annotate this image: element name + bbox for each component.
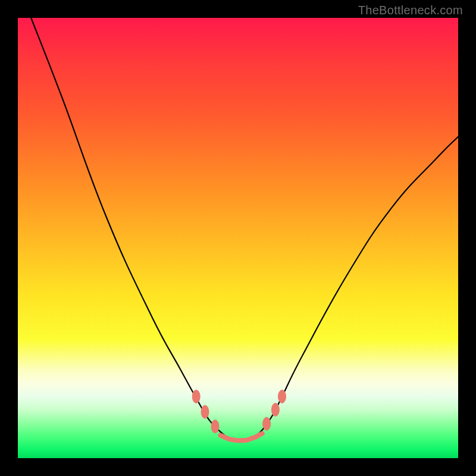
valley-marker-track bbox=[220, 434, 262, 441]
bottleneck-chart bbox=[18, 18, 458, 458]
plot-area bbox=[18, 18, 458, 458]
watermark-text: TheBottleneck.com bbox=[358, 4, 463, 17]
valley-marker bbox=[192, 390, 200, 403]
valley-marker bbox=[271, 403, 279, 416]
valley-marker bbox=[278, 390, 286, 403]
bottleneck-curve bbox=[31, 18, 458, 441]
valley-markers bbox=[192, 390, 286, 433]
chart-frame: TheBottleneck.com bbox=[0, 0, 476, 476]
valley-marker bbox=[211, 420, 219, 433]
valley-marker bbox=[201, 405, 209, 418]
valley-marker bbox=[263, 417, 271, 430]
